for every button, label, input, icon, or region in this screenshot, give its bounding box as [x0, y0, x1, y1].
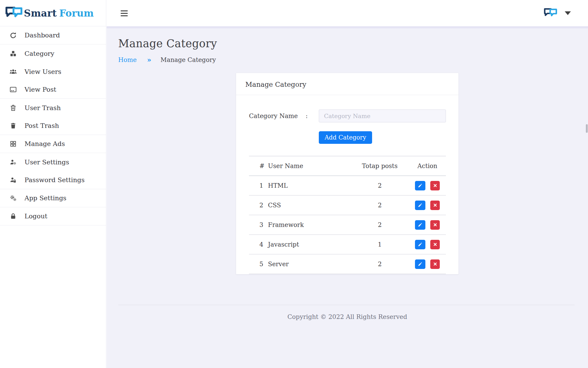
table-header-row: # User Name Totap posts Action	[249, 156, 446, 176]
pencil-icon	[418, 203, 423, 208]
cell-action	[409, 215, 446, 235]
sidebar-nav: Dashboard Category View Users View Post …	[0, 26, 106, 225]
sidebar-item-label: Logout	[24, 213, 47, 220]
column-header-posts: Totap posts	[351, 156, 409, 176]
column-header-action: Action	[409, 156, 446, 176]
x-icon	[433, 242, 438, 247]
hamburger-icon[interactable]	[119, 9, 129, 17]
edit-button[interactable]	[415, 240, 425, 249]
breadcrumb-separator-icon: »	[147, 56, 151, 64]
cell-posts: 2	[351, 195, 409, 215]
sidebar-item-label: View Users	[24, 68, 61, 75]
cell-action	[409, 235, 446, 254]
pencil-icon	[418, 242, 423, 247]
edit-button[interactable]	[415, 181, 425, 190]
table-row: 2 CSS 2	[249, 195, 446, 215]
post-card-icon	[9, 86, 17, 94]
x-icon	[433, 203, 438, 208]
main-content: Manage Category Home » Manage Category M…	[107, 26, 588, 368]
cell-posts: 1	[351, 235, 409, 254]
pencil-icon	[418, 222, 423, 227]
topbar	[107, 0, 588, 26]
sidebar-item-label: Manage Ads	[24, 140, 65, 148]
user-lock-icon	[9, 176, 17, 184]
delete-button[interactable]	[430, 220, 440, 230]
pencil-icon	[418, 183, 423, 188]
cell-num: 2	[249, 195, 268, 215]
x-icon	[433, 183, 438, 188]
sidebar-item-view-users[interactable]: View Users	[0, 63, 106, 81]
page-title: Manage Category	[118, 37, 576, 50]
copyright-text: Copyright © 2022 All Rights Reserved	[107, 305, 588, 328]
cell-posts: 2	[351, 176, 409, 195]
delete-button[interactable]	[430, 259, 440, 269]
cell-num: 4	[249, 235, 268, 254]
cubes-icon	[9, 50, 17, 58]
sidebar-item-password-settings[interactable]: Password Settings	[0, 171, 106, 189]
breadcrumb-home-link[interactable]: Home	[118, 56, 137, 63]
cell-posts: 2	[351, 215, 409, 235]
sidebar-item-user-settings[interactable]: User Settings	[0, 153, 106, 171]
sidebar-item-dashboard[interactable]: Dashboard	[0, 26, 106, 44]
column-header-name: User Name	[268, 156, 351, 176]
users-icon	[9, 68, 17, 76]
delete-button[interactable]	[430, 240, 440, 249]
sidebar-item-logout[interactable]: Logout	[0, 207, 106, 225]
cell-num: 5	[249, 254, 268, 274]
sidebar-item-label: Post Trash	[24, 122, 59, 129]
trash-outline-icon	[9, 104, 17, 112]
table-row: 3 Framework 2	[249, 215, 446, 235]
add-category-button[interactable]: Add Category	[319, 131, 372, 144]
sidebar-item-label: App Settings	[24, 194, 66, 202]
user-gear-icon	[9, 158, 17, 166]
trash-solid-icon	[9, 122, 17, 130]
edit-button[interactable]	[415, 220, 425, 230]
sidebar-item-label: User Trash	[24, 104, 61, 112]
cell-action	[409, 195, 446, 215]
x-icon	[433, 222, 438, 227]
table-row: 4 Javascript 1	[249, 235, 446, 254]
sidebar-item-post-trash[interactable]: Post Trash	[0, 117, 106, 135]
user-menu-dropdown[interactable]	[543, 8, 571, 19]
label-colon: :	[306, 112, 319, 120]
delete-button[interactable]	[430, 201, 440, 210]
edit-button[interactable]	[415, 259, 425, 269]
cell-num: 1	[249, 176, 268, 195]
sidebar-item-category[interactable]: Category	[0, 44, 106, 63]
cell-name: CSS	[268, 195, 351, 215]
cell-num: 3	[249, 215, 268, 235]
manage-category-card: Manage Category Category Name : Add Cate…	[236, 73, 459, 274]
cell-action	[409, 254, 446, 274]
cell-name: Server	[268, 254, 351, 274]
grid-squares-icon	[9, 140, 17, 148]
sidebar-item-label: Category	[24, 50, 54, 57]
padlock-icon	[9, 212, 17, 220]
sidebar-item-view-post[interactable]: View Post	[0, 81, 106, 99]
sidebar-item-label: User Settings	[24, 159, 69, 166]
column-header-num: #	[249, 156, 268, 176]
scrollbar-thumb[interactable]	[586, 124, 588, 133]
chat-bubbles-icon	[543, 8, 558, 19]
x-icon	[433, 262, 438, 266]
category-name-label: Category Name	[249, 112, 306, 120]
chat-bubbles-icon	[4, 6, 24, 20]
caret-down-icon	[565, 11, 571, 15]
sidebar: Smart Forum Dashboard Category View User…	[0, 0, 106, 368]
sidebar-item-manage-ads[interactable]: Manage Ads	[0, 135, 106, 153]
brand-logo[interactable]: Smart Forum	[0, 0, 106, 26]
category-name-input[interactable]	[319, 109, 446, 122]
edit-button[interactable]	[415, 201, 425, 210]
sidebar-item-user-trash[interactable]: User Trash	[0, 99, 106, 117]
sidebar-item-label: Password Settings	[24, 176, 85, 184]
table-row: 5 Server 2	[249, 254, 446, 274]
sidebar-item-label: View Post	[24, 86, 56, 93]
add-category-form: Category Name : Add Category # User Name…	[236, 95, 458, 274]
dashboard-refresh-icon	[9, 31, 17, 39]
sidebar-item-label: Dashboard	[24, 32, 60, 39]
delete-button[interactable]	[430, 181, 440, 190]
breadcrumb-current: Manage Category	[160, 56, 216, 63]
sidebar-item-app-settings[interactable]: App Settings	[0, 189, 106, 207]
cell-action	[409, 176, 446, 195]
category-table: # User Name Totap posts Action 1 HTML 2	[249, 156, 446, 274]
brand-name-forum: Forum	[59, 8, 94, 19]
